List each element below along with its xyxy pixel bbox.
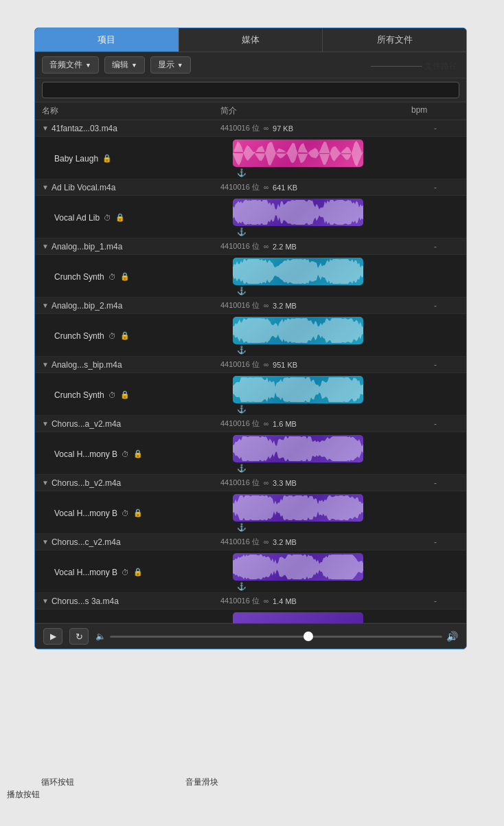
sample-name: Vocal Ad Lib — [54, 213, 100, 223]
file-row[interactable]: ▼ 41fantaz...03.m4a 4410016 位 ∞ 97 KB - — [35, 120, 466, 137]
file-size: 3.2 MB — [273, 302, 297, 310]
file-meta: 4410016 位 ∞ 951 KB — [220, 359, 411, 370]
sample-row[interactable]: Crunch Synth ⏱🔒 ⚓ — [35, 255, 466, 298]
sample-row[interactable]: Vocal H...mony B ⏱🔒 ⚓ — [35, 491, 466, 534]
expand-icon[interactable]: ▼ — [42, 361, 49, 368]
tab-media[interactable]: 媒体 — [179, 28, 323, 52]
volume-high-icon: 🔊 — [446, 631, 458, 642]
waveform — [233, 376, 363, 403]
file-sample-rate: 4410016 位 — [220, 478, 260, 488]
bpm-value: - — [411, 124, 459, 133]
file-row[interactable]: ▼ Chorus...b_v2.m4a 4410016 位 ∞ 3.3 MB - — [35, 475, 466, 491]
sample-name-cell: Crunch Synth ⏱🔒 — [54, 331, 233, 341]
expand-icon[interactable]: ▼ — [42, 302, 49, 309]
waveform — [233, 435, 363, 462]
sample-row[interactable]: Vocal Ad Lib ⏱🔒 ⚓ — [35, 196, 466, 238]
sample-name-cell: Vocal Ad Lib ⏱🔒 — [54, 213, 233, 223]
loop-icon: ↻ — [76, 632, 83, 642]
chevron-down-icon: ▼ — [131, 62, 137, 69]
audio-files-button[interactable]: 音频文件 ▼ — [42, 56, 99, 74]
waveform — [233, 494, 363, 522]
file-row[interactable]: ▼ Analog...s_bip.m4a 4410016 位 ∞ 951 KB … — [35, 357, 466, 373]
expand-icon[interactable]: ▼ — [42, 597, 49, 605]
file-sample-rate: 4410016 位 — [220, 418, 260, 429]
clock-icon: ⏱ — [108, 332, 116, 340]
sample-row[interactable]: Vocal H...mony B ⏱🔒 ⚓ — [35, 550, 466, 593]
file-name-cell: ▼ Analog...bip_1.m4a — [42, 242, 220, 252]
file-row[interactable]: ▼ Chorus...a_v2.m4a 4410016 位 ∞ 1.6 MB - — [35, 416, 466, 432]
file-meta: 4410016 位 ∞ 1.4 MB — [220, 596, 411, 606]
file-name-cell: ▼ Analog...s_bip.m4a — [42, 360, 220, 370]
sample-name: Crunch Synth — [54, 272, 104, 282]
file-size: 1.6 MB — [273, 420, 297, 428]
stereo-icon: ∞ — [264, 538, 268, 546]
play-button[interactable]: ▶ — [43, 628, 62, 645]
file-row[interactable]: ▼ Ad Lib Vocal.m4a 4410016 位 ∞ 641 KB - — [35, 179, 466, 196]
sample-name-cell: Vocal H...mony B ⏱🔒 — [54, 509, 233, 518]
loop-button[interactable]: ↻ — [69, 628, 89, 645]
tab-project[interactable]: 项目 — [35, 28, 179, 52]
file-sample-rate: 4410016 位 — [220, 596, 260, 606]
volume-low-icon: 🔈 — [95, 632, 106, 641]
filename: Chorus...s 3a.m4a — [51, 596, 119, 606]
search-input[interactable] — [42, 82, 459, 98]
file-list: ▼ 41fantaz...03.m4a 4410016 位 ∞ 97 KB - … — [35, 120, 466, 623]
edit-button[interactable]: 编辑 ▼ — [104, 56, 145, 74]
chevron-down-icon: ▼ — [177, 62, 183, 69]
volume-slider[interactable] — [110, 636, 442, 638]
file-row[interactable]: ▼ Chorus...c_v2.m4a 4410016 位 ∞ 3.2 MB - — [35, 534, 466, 550]
expand-icon[interactable]: ▼ — [42, 124, 49, 132]
file-name-cell: ▼ Chorus...a_v2.m4a — [42, 419, 220, 429]
waveform-cell: ⚓ — [233, 317, 459, 355]
waveform-cell: ⚓ — [233, 435, 459, 473]
file-size: 951 KB — [273, 361, 297, 369]
expand-icon[interactable]: ▼ — [42, 538, 49, 546]
play-icon: ▶ — [50, 632, 56, 641]
stereo-icon: ∞ — [264, 361, 268, 368]
chevron-down-icon: ▼ — [85, 62, 91, 69]
filename: Analog...s_bip.m4a — [51, 360, 122, 370]
sample-row[interactable]: Baby Laugh 🔒 ⚓ — [35, 137, 466, 179]
file-row[interactable]: ▼ Chorus...s 3a.m4a 4410016 位 ∞ 1.4 MB - — [35, 593, 466, 610]
volume-control: 🔈 🔊 — [95, 631, 458, 642]
file-meta: 4410016 位 ∞ 3.3 MB — [220, 478, 411, 488]
waveform — [233, 258, 363, 285]
file-size: 3.3 MB — [273, 479, 297, 487]
anchor-icon: ⚓ — [237, 346, 247, 355]
lock-icon: 🔒 — [102, 154, 112, 163]
file-name-cell: ▼ Analog...bip_2.m4a — [42, 301, 220, 311]
file-name-cell: ▼ Chorus...s 3a.m4a — [42, 596, 220, 606]
lock-icon: 🔒 — [115, 213, 125, 222]
expand-icon[interactable]: ▼ — [42, 479, 49, 487]
file-name-cell: ▼ 41fantaz...03.m4a — [42, 124, 220, 133]
expand-icon[interactable]: ▼ — [42, 183, 49, 191]
file-name-cell: ▼ Ad Lib Vocal.m4a — [42, 183, 220, 192]
file-name-cell: ▼ Chorus...c_v2.m4a — [42, 537, 220, 547]
waveform — [233, 139, 363, 167]
file-row[interactable]: ▼ Analog...bip_1.m4a 4410016 位 ∞ 2.2 MB … — [35, 238, 466, 255]
tab-all-files[interactable]: 所有文件 — [323, 28, 466, 52]
sample-name-cell: Crunch Synth ⏱🔒 — [54, 272, 233, 282]
expand-icon[interactable]: ▼ — [42, 420, 49, 427]
expand-icon[interactable]: ▼ — [42, 243, 49, 250]
sample-row[interactable]: Crunch Synth ⏱🔒 ⚓ — [35, 314, 466, 357]
column-headers: 名称 简介 bpm — [35, 102, 466, 120]
col-name: 名称 — [42, 105, 220, 117]
lock-icon: 🔒 — [120, 272, 130, 281]
file-size: 97 KB — [273, 124, 293, 133]
file-meta: 4410016 位 ∞ 3.2 MB — [220, 300, 411, 311]
lock-icon: 🔒 — [133, 568, 143, 577]
file-meta: 4410016 位 ∞ 3.2 MB — [220, 537, 411, 547]
sample-row[interactable]: Vocal H...mony B ⏱🔒 ⚓ — [35, 432, 466, 475]
col-desc: 简介 — [220, 105, 411, 117]
lock-icon: 🔒 — [120, 331, 130, 340]
filename: Chorus...a_v2.m4a — [51, 419, 121, 429]
file-row[interactable]: ▼ Analog...bip_2.m4a 4410016 位 ∞ 3.2 MB … — [35, 298, 466, 314]
sample-name: Crunch Synth — [54, 331, 104, 341]
sample-row[interactable]: Crunch Synth ⏱🔒 ⚓ — [35, 373, 466, 416]
volume-slider-callout-label: 音量滑块 — [185, 777, 218, 788]
waveform — [233, 199, 363, 226]
anchor-icon: ⚓ — [237, 168, 247, 177]
display-button[interactable]: 显示 ▼ — [150, 56, 191, 74]
loop-btn-callout-label: 循环按钮 — [41, 777, 74, 788]
